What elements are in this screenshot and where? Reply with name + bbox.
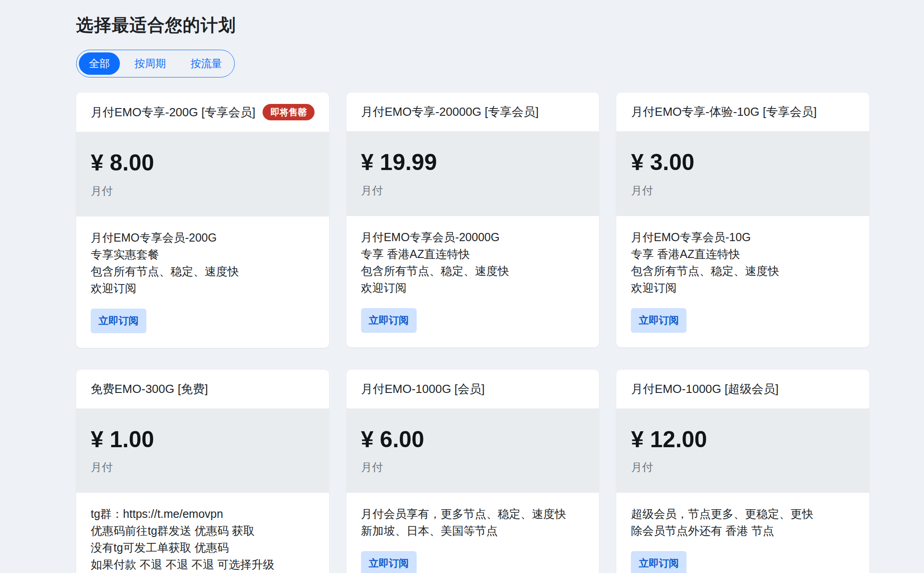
billing-cycle: 月付 [631,183,855,198]
subscribe-button[interactable]: 立即订阅 [361,308,417,333]
plan-card: 免费EMO-300G [免费] ¥ 1.00 月付 tg群：https://t.… [76,370,329,573]
plan-card: 月付EMO专享-200G [专享会员] 即将售罄 ¥ 8.00 月付 月付EMO… [76,93,329,348]
plan-price: ¥ 12.00 [631,427,855,453]
plan-card: 月付EMO-1000G [会员] ¥ 6.00 月付 月付会员享有，更多节点、稳… [346,370,599,573]
description-line: 专享 香港AZ直连特快 [361,246,585,263]
description-line: 月付EMO专享会员-200G [91,229,315,246]
page-title: 选择最适合您的计划 [76,14,869,37]
price-section: ¥ 6.00 月付 [346,408,599,493]
description-line: 专享 香港AZ直连特快 [631,246,855,263]
subscribe-button[interactable]: 立即订阅 [631,308,687,333]
description-line: 包含所有节点、稳定、速度快 [91,263,315,280]
filter-tab-by-traffic[interactable]: 按流量 [181,52,232,75]
plan-card: 月付EMO-1000G [超级会员] ¥ 12.00 月付 超级会员，节点更多、… [616,370,869,573]
plan-header: 月付EMO专享-20000G [专享会员] [346,93,599,131]
description-line: 如果付款 不退 不退 不退 可选择升级 [91,556,315,573]
plan-description: 月付EMO专享会员-20000G 专享 香港AZ直连特快 包含所有节点、稳定、速… [346,216,599,347]
description-line: tg群：https://t.me/emovpn [91,506,315,522]
description-line: 包含所有节点、稳定、速度快 [631,263,855,279]
plan-title: 月付EMO-1000G [超级会员] [631,381,779,397]
plan-header: 月付EMO专享-体验-10G [专享会员] [616,93,869,131]
plans-page: 选择最适合您的计划 全部 按周期 按流量 月付EMO专享-200G [专享会员]… [76,0,869,573]
description-line: 欢迎订阅 [631,279,855,296]
filter-tab-by-cycle[interactable]: 按周期 [124,52,176,75]
description-line: 包含所有节点、稳定、速度快 [361,263,585,279]
price-section: ¥ 1.00 月付 [76,408,329,493]
plan-header: 免费EMO-300G [免费] [76,370,329,408]
plan-price: ¥ 6.00 [361,427,585,453]
plan-title: 月付EMO专享-200G [专享会员] [91,104,255,120]
plan-card: 月付EMO专享-体验-10G [专享会员] ¥ 3.00 月付 月付EMO专享会… [616,93,869,347]
description-line: 月付会员享有，更多节点、稳定、速度快 [361,506,585,522]
billing-cycle: 月付 [91,184,315,198]
filter-tab-all[interactable]: 全部 [79,52,120,75]
description-line: 优惠码前往tg群发送 优惠码 获取 [91,522,315,539]
plan-card: 月付EMO专享-20000G [专享会员] ¥ 19.99 月付 月付EMO专享… [346,93,599,347]
price-section: ¥ 12.00 月付 [616,408,869,493]
plan-title: 月付EMO专享-体验-10G [专享会员] [631,104,816,120]
price-section: ¥ 8.00 月付 [76,132,329,217]
plan-title: 免费EMO-300G [免费] [91,381,208,397]
plan-grid: 月付EMO专享-200G [专享会员] 即将售罄 ¥ 8.00 月付 月付EMO… [76,93,869,573]
plan-price: ¥ 19.99 [361,150,585,176]
subscribe-button[interactable]: 立即订阅 [631,551,687,573]
plan-description: 月付会员享有，更多节点、稳定、速度快 新加坡、日本、美国等节点 立即订阅 [346,493,599,573]
plan-description: 月付EMO专享会员-10G 专享 香港AZ直连特快 包含所有节点、稳定、速度快 … [616,216,869,347]
plan-price: ¥ 1.00 [91,427,315,453]
plan-description: tg群：https://t.me/emovpn 优惠码前往tg群发送 优惠码 获… [76,493,329,573]
description-line: 专享实惠套餐 [91,246,315,263]
description-line: 欢迎订阅 [361,279,585,296]
plan-title: 月付EMO专享-20000G [专享会员] [361,104,539,120]
plan-title: 月付EMO-1000G [会员] [361,381,485,397]
billing-cycle: 月付 [631,460,855,475]
billing-cycle: 月付 [361,460,585,475]
billing-cycle: 月付 [361,183,585,198]
price-section: ¥ 3.00 月付 [616,131,869,216]
description-line: 月付EMO专享会员-10G [631,229,855,246]
price-section: ¥ 19.99 月付 [346,131,599,216]
plan-header: 月付EMO-1000G [超级会员] [616,370,869,408]
description-line: 月付EMO专享会员-20000G [361,229,585,246]
billing-cycle: 月付 [91,460,315,475]
plan-header: 月付EMO-1000G [会员] [346,370,599,408]
plan-header: 月付EMO专享-200G [专享会员] 即将售罄 [76,93,329,132]
subscribe-button[interactable]: 立即订阅 [361,551,417,573]
subscribe-button[interactable]: 立即订阅 [91,309,146,333]
plan-price: ¥ 8.00 [91,150,315,176]
description-line: 新加坡、日本、美国等节点 [361,522,585,539]
plan-description: 月付EMO专享会员-200G 专享实惠套餐 包含所有节点、稳定、速度快 欢迎订阅… [76,217,329,348]
description-line: 没有tg可发工单获取 优惠码 [91,539,315,556]
description-line: 欢迎订阅 [91,280,315,297]
sold-out-badge: 即将售罄 [263,104,315,120]
description-line: 超级会员，节点更多、更稳定、更快 [631,506,855,522]
plan-price: ¥ 3.00 [631,150,855,176]
plan-filter-group: 全部 按周期 按流量 [76,50,235,77]
description-line: 除会员节点外还有 香港 节点 [631,522,855,539]
plan-description: 超级会员，节点更多、更稳定、更快 除会员节点外还有 香港 节点 立即订阅 [616,493,869,573]
